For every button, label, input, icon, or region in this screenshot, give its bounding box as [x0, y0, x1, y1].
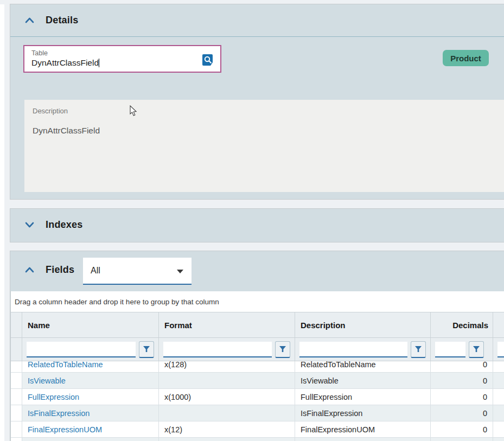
- column-header-description[interactable]: Description: [295, 312, 431, 337]
- row-indicator-header: [11, 312, 22, 337]
- funnel-icon: [279, 346, 286, 353]
- cell-format: [159, 405, 295, 421]
- cell-name[interactable]: FullExpression: [28, 393, 79, 401]
- cell-extra: [493, 421, 504, 437]
- cell-format: [159, 373, 295, 388]
- text-caret: [99, 59, 99, 67]
- table-field-label: Table: [31, 49, 214, 57]
- table-row: [11, 438, 504, 441]
- filter-button-format[interactable]: [275, 341, 290, 358]
- product-button[interactable]: Product: [443, 50, 489, 66]
- indexes-panel-header: Indexes: [10, 209, 504, 241]
- fields-filter-dropdown[interactable]: All: [83, 258, 192, 285]
- details-panel-header: Details: [10, 4, 504, 37]
- filter-button-decimals[interactable]: [469, 341, 484, 358]
- cell-description: RelatedToTableName: [295, 361, 431, 372]
- cell-name[interactable]: RelatedToTableName: [28, 361, 103, 369]
- table-lookup-field[interactable]: Table DynAttrClassField: [23, 45, 221, 73]
- fields-grid: Drag a column header and drop it here to…: [10, 291, 504, 441]
- collapse-fields-button[interactable]: [25, 267, 34, 273]
- cell-name[interactable]: FinalExpressionUOM: [28, 425, 102, 434]
- cell-format: x(128): [159, 361, 295, 372]
- table-row: FullExpression x(1000) FullExpression 0: [11, 389, 504, 405]
- app-window: Details Table DynAttrClassField Product …: [0, 0, 504, 441]
- chevron-up-icon: [25, 17, 34, 23]
- indexes-panel: Indexes: [10, 208, 504, 242]
- cell-description: IsViewable: [295, 373, 431, 388]
- fields-title: Fields: [46, 264, 74, 276]
- description-value: DynAttrClassField: [33, 126, 504, 136]
- cell-extra: [493, 373, 504, 388]
- column-header-name[interactable]: Name: [22, 312, 159, 337]
- column-header-decimals[interactable]: Decimals: [431, 312, 493, 337]
- table-field-value[interactable]: DynAttrClassField: [31, 58, 214, 68]
- chevron-down-icon: [25, 222, 34, 228]
- row-indicator[interactable]: [11, 389, 22, 405]
- chevron-up-icon: [25, 267, 34, 273]
- cell-extra: [493, 405, 504, 421]
- cell-decimals: 0: [431, 373, 493, 388]
- details-title: Details: [46, 15, 78, 26]
- left-gutter: [0, 4, 4, 441]
- cell-decimals: 0: [431, 389, 493, 405]
- column-header-format[interactable]: Format: [159, 312, 295, 337]
- indexes-title: Indexes: [46, 219, 82, 231]
- cell-format: x(1000): [159, 389, 295, 405]
- column-header-extra: [493, 312, 504, 337]
- funnel-icon: [143, 346, 150, 353]
- description-label: Description: [33, 107, 504, 115]
- table-row: IsViewable IsViewable 0: [11, 373, 504, 389]
- expand-indexes-button[interactable]: [25, 222, 34, 228]
- group-by-hint: Drag a column header and drop it here to…: [15, 298, 219, 306]
- cell-extra: [493, 389, 504, 405]
- cell-decimals: 0: [431, 405, 493, 421]
- filter-input-name[interactable]: [27, 342, 136, 357]
- cell-decimals: 0: [431, 421, 493, 437]
- row-indicator[interactable]: [11, 421, 22, 437]
- table-row: RelatedToTableName x(128) RelatedToTable…: [11, 361, 504, 373]
- table-row: FinalExpressionUOM x(12) FinalExpression…: [11, 421, 504, 438]
- dropdown-caret-icon: [177, 270, 183, 273]
- filter-input-description[interactable]: [299, 342, 407, 357]
- filter-input-decimals[interactable]: [435, 342, 465, 357]
- grid-body: RelatedToTableName x(128) RelatedToTable…: [11, 361, 504, 441]
- cell-description: FullExpression: [295, 389, 431, 405]
- row-indicator[interactable]: [11, 361, 22, 372]
- grid-header-row: Name Format Description Decimals: [11, 312, 504, 338]
- filter-input-extra[interactable]: [497, 342, 504, 357]
- collapse-details-button[interactable]: [25, 17, 34, 23]
- cell-decimals: 0: [431, 361, 493, 372]
- lookup-search-icon[interactable]: [202, 54, 214, 66]
- fields-filter-dropdown-value: All: [91, 266, 100, 276]
- grid-filter-row: [11, 338, 504, 361]
- cell-description: FinalExpressionUOM: [295, 421, 431, 437]
- cell-extra: [493, 361, 504, 372]
- table-row: IsFinalExpression IsFinalExpression 0: [11, 405, 504, 421]
- search-icon: [202, 54, 214, 66]
- description-field[interactable]: Description DynAttrClassField: [24, 100, 504, 192]
- row-indicator[interactable]: [11, 373, 22, 388]
- cell-name[interactable]: IsViewable: [28, 376, 66, 385]
- mouse-cursor: [130, 105, 137, 117]
- cell-description: IsFinalExpression: [295, 405, 431, 421]
- filter-input-format[interactable]: [163, 342, 272, 357]
- cell-format: x(12): [159, 421, 295, 437]
- details-panel: Details Table DynAttrClassField Product …: [10, 4, 504, 200]
- row-indicator[interactable]: [11, 405, 22, 421]
- filter-button-description[interactable]: [411, 341, 426, 358]
- cell-name[interactable]: IsFinalExpression: [28, 409, 90, 418]
- row-indicator[interactable]: [11, 438, 22, 441]
- row-indicator-filter: [11, 338, 22, 361]
- funnel-icon: [414, 346, 422, 353]
- filter-button-name[interactable]: [139, 341, 154, 358]
- group-by-bar[interactable]: Drag a column header and drop it here to…: [11, 291, 504, 312]
- funnel-icon: [473, 346, 480, 353]
